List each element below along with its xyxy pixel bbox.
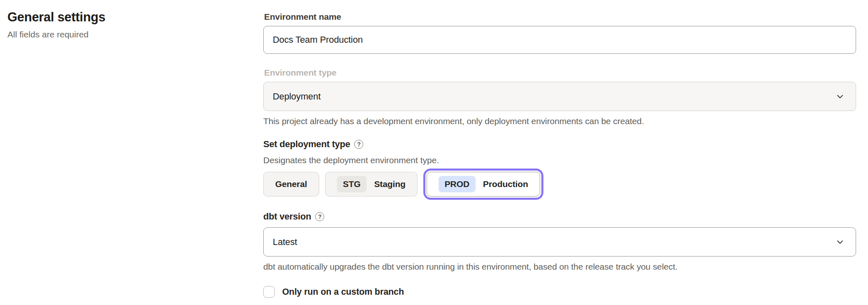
general-settings-form: Environment name Environment type Deploy…	[263, 0, 856, 298]
question-mark-circle-icon[interactable]: ?	[354, 140, 363, 149]
question-mark-circle-icon[interactable]: ?	[315, 212, 324, 221]
custom-branch-label[interactable]: Only run on a custom branch	[282, 287, 404, 297]
dbt-version-heading: dbt version ?	[263, 212, 856, 222]
general-button-label: General	[275, 179, 307, 189]
environment-name-label: Environment name	[264, 12, 856, 22]
dbt-version-value: Latest	[273, 237, 297, 247]
environment-type-value: Deployment	[273, 91, 320, 102]
dbt-version-label: dbt version	[263, 212, 311, 222]
environment-type-label: Environment type	[264, 67, 856, 78]
staging-button-label: Staging	[374, 179, 405, 189]
deployment-type-general-button[interactable]: General	[263, 172, 319, 196]
deployment-type-production-button[interactable]: PROD Production	[427, 172, 540, 196]
environment-type-helper: This project already has a development e…	[263, 116, 856, 126]
environment-type-select: Deployment	[263, 82, 856, 111]
production-badge: PROD	[439, 176, 476, 192]
deployment-type-options: General STG Staging PROD Production	[263, 172, 856, 196]
dbt-version-helper: dbt automatically upgrades the dbt versi…	[263, 262, 856, 272]
chevron-down-icon	[836, 238, 844, 246]
page-subtitle: All fields are required	[7, 30, 238, 39]
custom-branch-checkbox[interactable]	[263, 286, 275, 298]
staging-badge: STG	[337, 176, 367, 192]
settings-header: General settings All fields are required	[7, 10, 238, 39]
deployment-type-label: Set deployment type	[263, 139, 350, 149]
production-button-label: Production	[483, 179, 528, 189]
chevron-down-icon	[836, 92, 844, 101]
environment-name-input[interactable]	[263, 26, 856, 54]
deployment-type-heading: Set deployment type ?	[263, 139, 856, 149]
custom-branch-row: Only run on a custom branch	[263, 286, 856, 298]
deployment-type-staging-button[interactable]: STG Staging	[325, 172, 418, 196]
dbt-version-select[interactable]: Latest	[263, 227, 856, 256]
page-title: General settings	[7, 10, 238, 25]
deployment-type-helper: Designates the deployment environment ty…	[263, 155, 856, 165]
